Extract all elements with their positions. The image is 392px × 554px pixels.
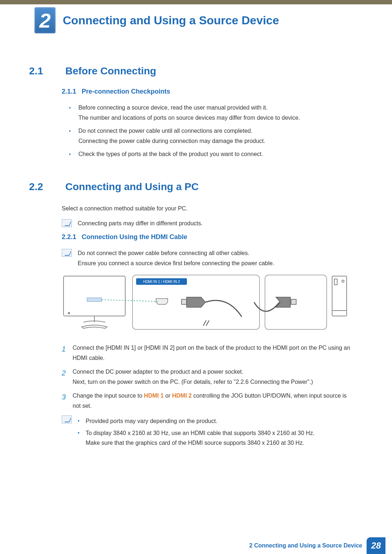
note-bullet-list: Provided ports may vary depending on the… bbox=[78, 416, 315, 450]
note-icon bbox=[62, 219, 72, 227]
hdmi-1-label: HDMI 1 bbox=[144, 393, 164, 399]
top-stripe bbox=[0, 0, 392, 4]
svg-line-13 bbox=[102, 300, 158, 301]
hdmi-connection-diagram: HDMI IN 1 / HDMI IN 2 bbox=[62, 273, 356, 335]
subsection-number: 2.2.1 bbox=[62, 233, 76, 241]
svg-rect-10 bbox=[334, 279, 337, 285]
note-text: Connecting parts may differ in different… bbox=[78, 218, 203, 228]
section-number: 2.2 bbox=[29, 181, 54, 193]
section-title: Before Connecting bbox=[65, 65, 156, 77]
section-2-1-heading: 2.1 Before Connecting bbox=[29, 65, 356, 77]
step-text: Next, turn on the power switch on the PC… bbox=[73, 379, 313, 385]
note-line: Do not connect the power cable before co… bbox=[78, 250, 249, 256]
list-item: To display 3840 x 2160 at 30 Hz, use an … bbox=[78, 428, 315, 448]
bullet-text: To display 3840 x 2160 at 30 Hz, use an … bbox=[86, 430, 315, 436]
page-number-badge: 28 bbox=[367, 537, 385, 554]
svg-point-11 bbox=[342, 280, 344, 282]
monitor-port-icon bbox=[87, 298, 102, 301]
subsection-title: Connection Using the HDMI Cable bbox=[82, 233, 187, 241]
svg-line-5 bbox=[203, 320, 206, 326]
subsection-2-1-1-heading: 2.1.1 Pre-connection Checkpoints bbox=[62, 88, 356, 95]
step-item: Connect the DC power adapter to the prod… bbox=[62, 367, 356, 387]
bullet-text: Do not connect the power cable until all… bbox=[78, 128, 252, 134]
note-text: Do not connect the power cable before co… bbox=[78, 248, 274, 268]
svg-line-6 bbox=[206, 320, 209, 326]
bullet-text: Check the types of ports at the back of … bbox=[78, 151, 263, 157]
step-list: Connect the [HDMI IN 1] or [HDMI IN 2] p… bbox=[62, 343, 356, 411]
note-icon bbox=[62, 249, 72, 257]
bullet-text: Make sure that the graphics card of the … bbox=[86, 440, 304, 446]
note-icon bbox=[62, 415, 72, 423]
svg-point-1 bbox=[68, 312, 70, 314]
svg-rect-0 bbox=[64, 276, 125, 316]
step-text: Change the input source to bbox=[73, 393, 144, 399]
step-text: or bbox=[164, 393, 172, 399]
step-item: Connect the [HDMI IN 1] or [HDMI IN 2] p… bbox=[62, 343, 356, 363]
chapter-header: 2 Connecting and Using a Source Device bbox=[34, 7, 279, 33]
subsection-title: Pre-connection Checkpoints bbox=[82, 88, 170, 95]
subsection-number: 2.1.1 bbox=[62, 88, 76, 95]
list-item: Check the types of ports at the back of … bbox=[69, 149, 348, 159]
step-text: Connect the DC power adapter to the prod… bbox=[73, 369, 244, 375]
bullet-text: The number and locations of ports on sou… bbox=[78, 115, 300, 121]
bullet-text: Before connecting a source device, read … bbox=[78, 104, 268, 111]
list-item: Provided ports may vary depending on the… bbox=[78, 416, 315, 426]
checkpoint-list: Before connecting a source device, read … bbox=[69, 103, 348, 159]
step-item: Change the input source to HDMI 1 or HDM… bbox=[62, 391, 356, 411]
section-number: 2.1 bbox=[29, 65, 54, 77]
bullet-text: Connecting the power cable during connec… bbox=[78, 138, 265, 144]
step-text: Connect the [HDMI IN 1] or [HDMI IN 2] p… bbox=[73, 345, 350, 361]
list-item: Do not connect the power cable until all… bbox=[69, 126, 348, 146]
note-block: Do not connect the power cable before co… bbox=[62, 248, 356, 268]
chapter-number-badge: 2 bbox=[34, 7, 56, 33]
svg-rect-4 bbox=[181, 299, 187, 304]
list-item: Before connecting a source device, read … bbox=[69, 103, 348, 123]
subsection-2-2-1-heading: 2.2.1 Connection Using the HDMI Cable bbox=[62, 233, 356, 241]
port-label: HDMI IN 1 / HDMI IN 2 bbox=[143, 280, 180, 284]
section-title: Connecting and Using a PC bbox=[65, 181, 199, 193]
note-block: Connecting parts may differ in different… bbox=[62, 218, 356, 228]
note-block: Provided ports may vary depending on the… bbox=[62, 415, 356, 450]
page-footer: 2 Connecting and Using a Source Device 2… bbox=[0, 537, 392, 554]
footer-chapter-label: 2 Connecting and Using a Source Device bbox=[249, 542, 367, 549]
intro-paragraph: Select a connection method suitable for … bbox=[62, 204, 356, 213]
bullet-text: Provided ports may vary depending on the… bbox=[86, 418, 217, 424]
hdmi-2-label: HDMI 2 bbox=[172, 393, 192, 399]
note-line: Ensure you connect a source device first… bbox=[78, 260, 274, 266]
chapter-title: Connecting and Using a Source Device bbox=[63, 14, 279, 27]
svg-rect-8 bbox=[291, 299, 296, 304]
section-2-2-heading: 2.2 Connecting and Using a PC bbox=[29, 181, 356, 193]
page-content: 2.1 Before Connecting 2.1.1 Pre-connecti… bbox=[29, 65, 356, 455]
